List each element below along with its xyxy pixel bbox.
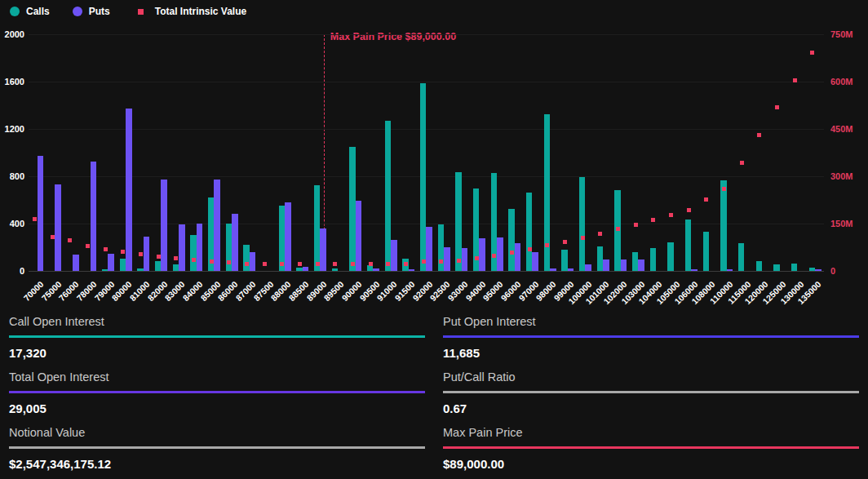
calls-bar[interactable] — [173, 264, 179, 271]
puts-bar[interactable] — [285, 202, 290, 271]
intrinsic-value-point[interactable] — [581, 236, 585, 240]
intrinsic-value-point[interactable] — [722, 187, 726, 191]
intrinsic-value-point[interactable] — [563, 240, 567, 244]
intrinsic-value-point[interactable] — [422, 259, 426, 264]
intrinsic-value-point[interactable] — [316, 262, 320, 266]
intrinsic-value-point[interactable] — [475, 256, 479, 260]
calls-bar[interactable] — [579, 177, 585, 271]
puts-bar[interactable] — [727, 269, 733, 271]
intrinsic-value-point[interactable] — [280, 262, 284, 266]
puts-bar[interactable] — [356, 201, 361, 271]
intrinsic-value-point[interactable] — [333, 262, 337, 266]
legend-item-puts[interactable]: Puts — [73, 6, 110, 17]
calls-bar[interactable] — [667, 242, 673, 271]
intrinsic-value-point[interactable] — [510, 251, 514, 255]
intrinsic-value-point[interactable] — [174, 256, 178, 260]
puts-bar[interactable] — [621, 259, 627, 271]
puts-bar[interactable] — [479, 238, 485, 271]
calls-bar[interactable] — [243, 245, 249, 271]
puts-bar[interactable] — [409, 269, 414, 271]
intrinsic-value-point[interactable] — [139, 252, 143, 256]
puts-bar[interactable] — [38, 156, 43, 271]
puts-bar[interactable] — [126, 109, 131, 271]
calls-bar[interactable] — [597, 246, 603, 271]
intrinsic-value-point[interactable] — [687, 208, 691, 212]
intrinsic-value-point[interactable] — [404, 262, 408, 266]
calls-bar[interactable] — [773, 264, 779, 271]
puts-bar[interactable] — [320, 228, 326, 271]
puts-bar[interactable] — [550, 268, 556, 271]
intrinsic-value-point[interactable] — [245, 262, 249, 266]
calls-bar[interactable] — [561, 250, 567, 271]
puts-bar[interactable] — [497, 237, 503, 271]
puts-bar[interactable] — [232, 214, 237, 271]
intrinsic-value-point[interactable] — [757, 133, 761, 137]
calls-bar[interactable] — [738, 243, 744, 271]
intrinsic-value-point[interactable] — [528, 247, 532, 251]
calls-bar[interactable] — [685, 220, 691, 271]
intrinsic-value-point[interactable] — [68, 238, 72, 242]
intrinsic-value-point[interactable] — [298, 262, 302, 266]
puts-bar[interactable] — [179, 224, 184, 271]
intrinsic-value-point[interactable] — [492, 254, 496, 258]
intrinsic-value-point[interactable] — [704, 197, 708, 202]
legend-item-calls[interactable]: Calls — [10, 6, 50, 17]
puts-bar[interactable] — [638, 259, 644, 271]
puts-bar[interactable] — [108, 254, 113, 271]
intrinsic-value-point[interactable] — [616, 227, 620, 231]
puts-bar[interactable] — [214, 180, 219, 271]
calls-bar[interactable] — [420, 83, 426, 271]
calls-bar[interactable] — [120, 259, 126, 271]
calls-bar[interactable] — [756, 261, 762, 271]
calls-bar[interactable] — [349, 147, 355, 271]
intrinsic-value-point[interactable] — [457, 259, 461, 263]
calls-bar[interactable] — [190, 235, 196, 271]
intrinsic-value-point[interactable] — [210, 259, 214, 264]
calls-bar[interactable] — [508, 209, 514, 271]
puts-bar[interactable] — [144, 237, 149, 271]
puts-bar[interactable] — [815, 269, 821, 271]
calls-bar[interactable] — [332, 268, 338, 271]
calls-bar[interactable] — [650, 248, 656, 271]
intrinsic-value-point[interactable] — [351, 262, 355, 266]
puts-bar[interactable] — [603, 259, 609, 271]
calls-bar[interactable] — [526, 193, 532, 271]
puts-bar[interactable] — [73, 255, 78, 271]
intrinsic-value-point[interactable] — [157, 255, 161, 259]
puts-bar[interactable] — [373, 268, 379, 271]
calls-bar[interactable] — [720, 180, 726, 271]
intrinsic-value-point[interactable] — [810, 51, 814, 55]
calls-bar[interactable] — [809, 268, 815, 271]
calls-bar[interactable] — [385, 121, 391, 271]
puts-bar[interactable] — [568, 268, 574, 271]
intrinsic-value-point[interactable] — [439, 259, 443, 264]
intrinsic-value-point[interactable] — [545, 243, 549, 247]
puts-bar[interactable] — [161, 180, 166, 271]
calls-bar[interactable] — [102, 269, 108, 271]
legend-item-intrinsic-value[interactable]: Total Intrinsic Value — [133, 6, 246, 17]
intrinsic-value-point[interactable] — [386, 262, 390, 266]
calls-bar[interactable] — [314, 185, 320, 271]
puts-bar[interactable] — [691, 269, 697, 271]
calls-bar[interactable] — [791, 264, 797, 271]
intrinsic-value-point[interactable] — [775, 105, 779, 109]
puts-bar[interactable] — [250, 252, 255, 271]
puts-bar[interactable] — [462, 248, 467, 271]
calls-bar[interactable] — [438, 224, 444, 271]
intrinsic-value-point[interactable] — [634, 223, 638, 227]
intrinsic-value-point[interactable] — [598, 232, 602, 236]
intrinsic-value-point[interactable] — [86, 244, 90, 248]
calls-bar[interactable] — [296, 268, 302, 271]
puts-bar[interactable] — [55, 184, 60, 271]
calls-bar[interactable] — [455, 172, 461, 271]
intrinsic-value-point[interactable] — [651, 218, 655, 222]
calls-bar[interactable] — [632, 252, 638, 271]
intrinsic-value-point[interactable] — [793, 78, 797, 82]
intrinsic-value-point[interactable] — [192, 258, 196, 262]
puts-bar[interactable] — [91, 162, 96, 271]
calls-bar[interactable] — [137, 268, 143, 271]
intrinsic-value-point[interactable] — [227, 260, 231, 264]
calls-bar[interactable] — [279, 206, 285, 271]
puts-bar[interactable] — [426, 227, 432, 271]
intrinsic-value-point[interactable] — [263, 262, 267, 266]
